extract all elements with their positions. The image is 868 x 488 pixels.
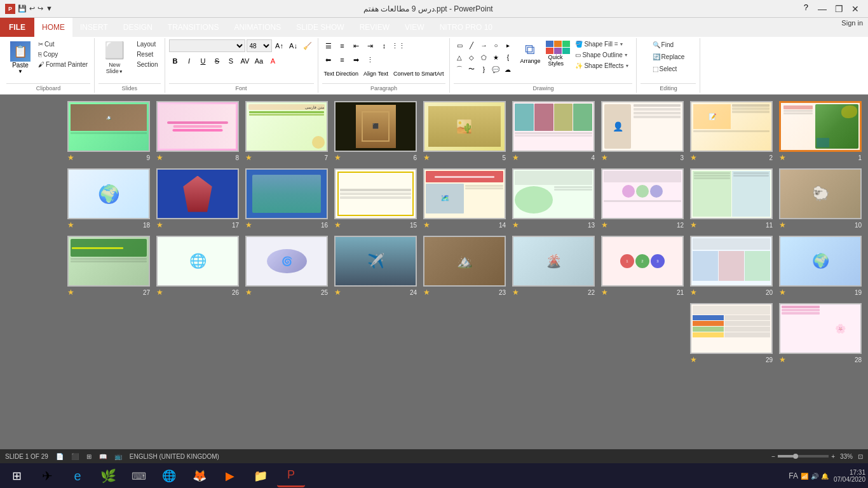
tab-review[interactable]: REVIEW bbox=[352, 18, 397, 37]
slide-item-21[interactable]: 1 2 3 ★ 21 bbox=[601, 236, 684, 297]
shape-pentagon[interactable]: ⬠ bbox=[478, 51, 489, 63]
font-color-btn[interactable]: A bbox=[267, 55, 280, 67]
shape-arc[interactable]: ⌒ bbox=[454, 64, 465, 75]
zoom-out-icon[interactable]: − bbox=[771, 453, 775, 460]
decrease-font-btn[interactable]: A↓ bbox=[287, 39, 300, 52]
slide-item-1[interactable]: ★ 1 bbox=[779, 101, 862, 162]
taskbar-app-firefox[interactable]: 🦊 bbox=[186, 464, 214, 487]
line-spacing-btn[interactable]: ↕ bbox=[378, 39, 391, 52]
shape-cloud[interactable]: ☁ bbox=[502, 64, 513, 75]
cut-button[interactable]: ✂ Cut bbox=[36, 39, 90, 49]
shape-wave[interactable]: 〜 bbox=[466, 64, 477, 75]
shape-more[interactable]: ▸ bbox=[502, 39, 513, 51]
section-button[interactable]: Section bbox=[134, 60, 160, 69]
numbering-btn[interactable]: ≡ bbox=[336, 39, 349, 52]
shape-callout[interactable]: 💬 bbox=[490, 64, 501, 75]
taskbar-app-ie[interactable]: e bbox=[64, 464, 92, 487]
slide-item-24[interactable]: ✈️ ★ 24 bbox=[334, 236, 417, 297]
slide-item-17[interactable]: ★ 17 bbox=[156, 168, 239, 229]
tab-slideshow[interactable]: SLIDE SHOW bbox=[288, 18, 351, 37]
slide-item-5[interactable]: 🏜️ ★ 5 bbox=[423, 101, 506, 162]
font-name-select[interactable] bbox=[169, 39, 245, 52]
format-painter-button[interactable]: 🖌 Format Painter bbox=[36, 60, 90, 69]
notes-icon[interactable]: 📄 bbox=[56, 453, 64, 460]
tab-transitions[interactable]: TRANSITIONS bbox=[160, 18, 227, 37]
tab-design[interactable]: DESIGN bbox=[116, 18, 160, 37]
view-presenter-icon[interactable]: 📺 bbox=[114, 453, 122, 460]
font-size-select[interactable]: 48 bbox=[247, 39, 272, 52]
shape-outline-btn[interactable]: ▭ Shape Outline ▼ bbox=[572, 50, 632, 60]
increase-indent-btn[interactable]: ⇥ bbox=[364, 39, 377, 52]
increase-font-btn[interactable]: A↑ bbox=[273, 39, 286, 52]
justify-btn[interactable]: ⋮ bbox=[364, 53, 377, 66]
slide-item-26[interactable]: 🌐 ★ 26 bbox=[156, 236, 239, 297]
slide-item-22[interactable]: 🌋 ★ 22 bbox=[512, 236, 595, 297]
slide-item-6[interactable]: ⬛ ★ 6 bbox=[334, 101, 417, 162]
bullets-btn[interactable]: ☰ bbox=[322, 39, 335, 52]
zoom-thumb[interactable] bbox=[793, 454, 798, 459]
slide-item-9[interactable]: 🏔️ ★ 9 bbox=[67, 101, 150, 162]
case-btn[interactable]: Aa bbox=[253, 55, 266, 67]
network-icon[interactable]: 📶 bbox=[801, 473, 808, 480]
taskbar-app-telegram[interactable]: ✈ bbox=[33, 464, 61, 487]
arrange-button[interactable]: ⧉ Arrange bbox=[516, 39, 544, 66]
tab-view[interactable]: VIEW bbox=[397, 18, 432, 37]
taskbar-app-chrome[interactable]: 🌐 bbox=[155, 464, 183, 487]
zoom-in-icon[interactable]: + bbox=[831, 453, 835, 460]
tab-home[interactable]: HOME bbox=[34, 18, 72, 37]
paste-button[interactable]: 📋 Paste ▼ bbox=[6, 39, 34, 76]
reset-button[interactable]: Reset bbox=[134, 50, 160, 59]
slide-item-28[interactable]: 🌸 ★ 28 bbox=[779, 303, 862, 364]
slide-item-2[interactable]: 📝 ★ 2 bbox=[690, 101, 773, 162]
italic-btn[interactable]: I bbox=[183, 55, 196, 67]
slide-item-4[interactable]: ★ 4 bbox=[512, 101, 595, 162]
copy-button[interactable]: ⎘ Copy bbox=[36, 50, 90, 59]
shape-arrow[interactable]: → bbox=[478, 39, 489, 51]
decrease-indent-btn[interactable]: ⇤ bbox=[350, 39, 363, 52]
minimize-btn[interactable]: — bbox=[815, 3, 830, 15]
taskbar-app-green[interactable]: 🌿 bbox=[94, 464, 122, 487]
slide-item-8[interactable]: ★ 8 bbox=[156, 101, 239, 162]
quick-styles-button[interactable]: Quick Styles bbox=[546, 39, 569, 68]
maximize-btn[interactable]: ❐ bbox=[831, 3, 846, 15]
slide-item-15[interactable]: ★ 15 bbox=[334, 168, 417, 229]
underline-btn[interactable]: U bbox=[197, 55, 210, 67]
tab-file[interactable]: FILE bbox=[0, 18, 34, 37]
slide-item-18[interactable]: 🌍 ★ 18 bbox=[67, 168, 150, 229]
slide-item-19[interactable]: 🌍 ★ 19 bbox=[779, 236, 862, 297]
replace-button[interactable]: 🔄 Replace bbox=[649, 51, 688, 62]
view-reading-icon[interactable]: 📖 bbox=[99, 453, 107, 460]
new-slide-button[interactable]: ⬜ bbox=[98, 39, 130, 62]
shadow-btn[interactable]: S bbox=[225, 55, 238, 67]
smartart-btn[interactable]: Convert to SmartArt bbox=[391, 67, 446, 80]
shape-star[interactable]: ★ bbox=[490, 51, 501, 63]
shape-diamond[interactable]: ◇ bbox=[466, 51, 477, 63]
align-left-btn[interactable]: ⬅ bbox=[322, 53, 335, 66]
help-btn[interactable]: ? bbox=[804, 3, 808, 15]
shape-effects-btn[interactable]: ✨ Shape Effects ▼ bbox=[572, 61, 632, 71]
slide-item-7[interactable]: متن فارسی ★ 7 bbox=[245, 101, 328, 162]
taskbar-app-powerpoint[interactable]: P bbox=[277, 464, 305, 487]
slide-item-20[interactable]: ★ 20 bbox=[690, 236, 773, 297]
align-text-btn[interactable]: Align Text bbox=[362, 67, 390, 80]
slide-panel[interactable]: 🏔️ ★ 9 bbox=[0, 95, 868, 449]
paste-dropdown[interactable]: ▼ bbox=[18, 69, 23, 74]
view-normal-icon[interactable]: ⬛ bbox=[71, 453, 79, 460]
layout-button[interactable]: Layout bbox=[134, 39, 160, 49]
close-btn[interactable]: ✕ bbox=[848, 3, 863, 15]
quick-access-undo[interactable]: ↩ bbox=[29, 4, 35, 13]
select-button[interactable]: ⬚ Select bbox=[649, 64, 688, 74]
tab-insert[interactable]: INSERT bbox=[72, 18, 116, 37]
slide-item-13[interactable]: ★ 13 bbox=[512, 168, 595, 229]
slide-item-27[interactable]: ★ 27 bbox=[67, 236, 150, 297]
shape-bracket[interactable]: { bbox=[502, 51, 513, 63]
view-slide-sorter-icon[interactable]: ⊞ bbox=[86, 453, 92, 460]
taskbar-app-files[interactable]: 📁 bbox=[247, 464, 275, 487]
notification-icon[interactable]: 🔔 bbox=[821, 473, 829, 480]
slide-item-12[interactable]: ★ 12 bbox=[601, 168, 684, 229]
slide-item-10[interactable]: 🐑 ★ 10 bbox=[779, 168, 862, 229]
slide-item-16[interactable]: ★ 16 bbox=[245, 168, 328, 229]
shape-fill-btn[interactable]: 🪣 Shape Fill = ▼ bbox=[572, 39, 632, 49]
slide-item-3[interactable]: 👤 ★ 3 bbox=[601, 101, 684, 162]
shape-line[interactable]: ╱ bbox=[466, 39, 477, 51]
